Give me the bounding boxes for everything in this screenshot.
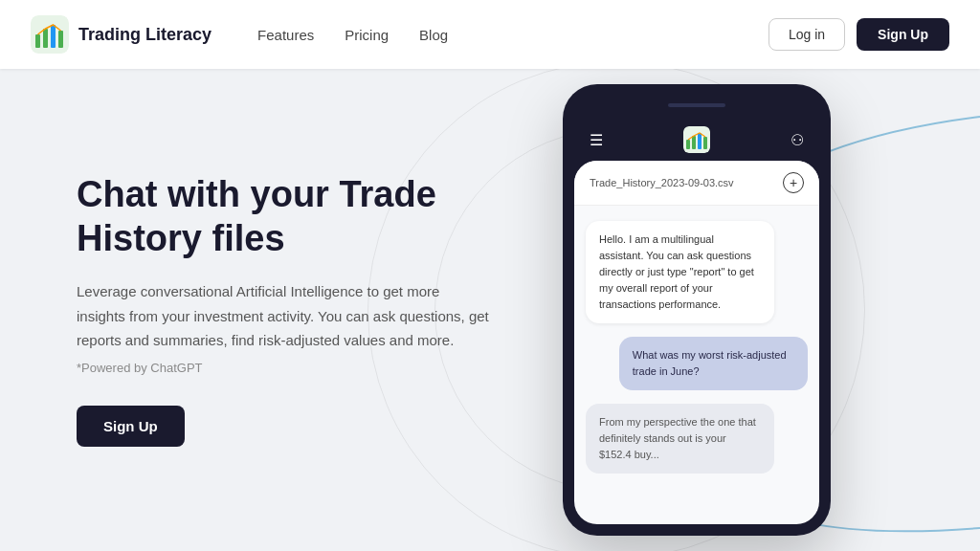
hero-description: Leverage conversational Artificial Intel… [77,279,490,353]
message-text-3: From my perspective the one that definit… [599,416,756,460]
chat-messages: Hello. I am a multilingual assistant. Yo… [574,206,819,489]
nav-actions: Log in Sign Up [768,18,949,51]
signup-button-hero[interactable]: Sign Up [77,406,185,447]
svg-rect-8 [698,133,702,149]
svg-rect-3 [51,25,56,48]
message-text-2: What was my worst risk-adjusted trade in… [633,349,787,377]
svg-rect-9 [703,137,707,149]
hero-right-phone: ☰ ⚇ Trade_H [490,84,903,536]
chat-filename: Trade_History_2023-09-03.csv [590,177,734,188]
svg-rect-6 [686,140,690,149]
nav-link-blog[interactable]: Blog [419,27,448,43]
nav-logo[interactable]: Trading Literacy [31,15,212,54]
brand-name: Trading Literacy [78,25,212,45]
svg-rect-1 [35,34,40,48]
svg-rect-4 [58,31,63,48]
hero-title: Chat with your Trade History files [77,173,490,260]
hero-powered-by: *Powered by ChatGPT [77,361,490,375]
message-bubble-1: Hello. I am a multilingual assistant. Yo… [586,221,774,323]
phone-frame: ☰ ⚇ Trade_H [563,84,831,536]
nav-link-pricing[interactable]: Pricing [345,27,389,43]
add-file-icon[interactable]: + [783,172,804,193]
profile-icon: ⚇ [791,131,804,149]
phone-mockup: ☰ ⚇ Trade_H [563,84,831,536]
hero-section: Chat with your Trade History files Lever… [0,69,980,551]
svg-rect-2 [43,29,48,48]
signup-button-nav[interactable]: Sign Up [857,18,949,51]
svg-rect-7 [692,136,696,149]
hero-left-content: Chat with your Trade History files Lever… [77,173,490,447]
nav-link-features[interactable]: Features [257,27,314,43]
chat-header: Trade_History_2023-09-03.csv + [574,161,819,206]
message-bubble-3: From my perspective the one that definit… [586,404,774,474]
login-button[interactable]: Log in [768,18,845,51]
navbar: Trading Literacy Features Pricing Blog L… [0,0,980,69]
brand-logo-icon [31,15,69,54]
phone-screen: Trade_History_2023-09-03.csv + Hello. I … [574,161,819,524]
message-bubble-2: What was my worst risk-adjusted trade in… [619,337,808,390]
notch-bar [668,103,725,107]
phone-notch [574,96,819,115]
phone-app-logo [683,126,710,153]
phone-topbar: ☰ ⚇ [574,119,819,161]
message-text-1: Hello. I am a multilingual assistant. Yo… [599,233,754,310]
hamburger-icon: ☰ [590,131,603,149]
nav-links: Features Pricing Blog [257,27,768,43]
